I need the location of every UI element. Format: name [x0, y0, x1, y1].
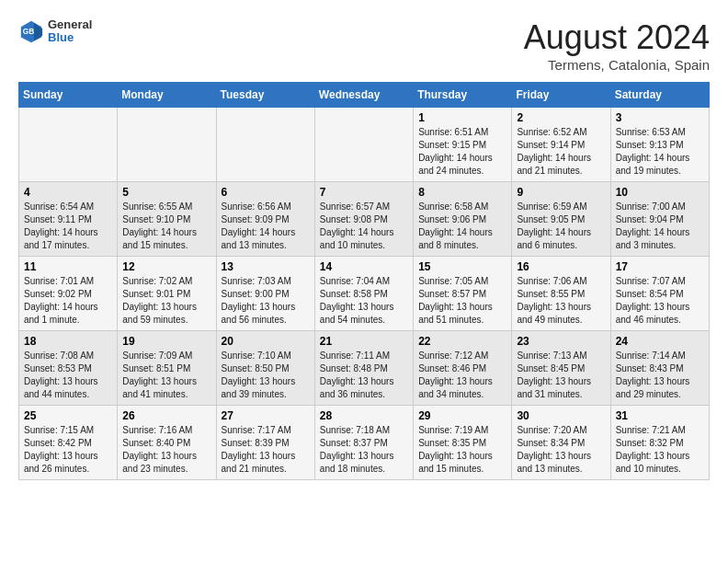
header-sunday: Sunday [19, 83, 118, 108]
day-number: 6 [222, 186, 310, 199]
calendar-cell: 17 Sunrise: 7:07 AMSunset: 8:54 PMDaylig… [610, 257, 709, 331]
calendar-cell: 9 Sunrise: 6:59 AMSunset: 9:05 PMDayligh… [512, 182, 610, 257]
day-info: Sunrise: 7:11 AMSunset: 8:48 PMDaylight:… [320, 350, 408, 401]
day-info: Sunrise: 7:21 AMSunset: 8:32 PMDaylight:… [616, 424, 704, 476]
header-saturday: Saturday [610, 83, 709, 108]
day-number: 18 [24, 335, 112, 348]
day-info: Sunrise: 6:53 AMSunset: 9:13 PMDaylight:… [616, 126, 704, 178]
day-number: 30 [517, 409, 605, 422]
calendar-cell: 22 Sunrise: 7:12 AMSunset: 8:46 PMDaylig… [414, 331, 512, 406]
day-number: 13 [222, 260, 310, 273]
day-info: Sunrise: 6:52 AMSunset: 9:14 PMDaylight:… [517, 126, 605, 178]
calendar-cell: 3 Sunrise: 6:53 AMSunset: 9:13 PMDayligh… [610, 108, 709, 182]
week-row-1: 1 Sunrise: 6:51 AMSunset: 9:15 PMDayligh… [19, 108, 710, 182]
day-number: 16 [517, 260, 605, 273]
week-row-2: 4 Sunrise: 6:54 AMSunset: 9:11 PMDayligh… [19, 182, 710, 257]
calendar-cell: 30 Sunrise: 7:20 AMSunset: 8:34 PMDaylig… [512, 406, 610, 480]
svg-text:GB: GB [23, 27, 35, 36]
header-thursday: Thursday [414, 83, 512, 108]
calendar-cell: 7 Sunrise: 6:57 AMSunset: 9:08 PMDayligh… [314, 182, 413, 257]
day-number: 15 [418, 260, 506, 273]
day-number: 5 [122, 186, 210, 199]
calendar-cell [314, 108, 413, 182]
day-info: Sunrise: 7:00 AMSunset: 9:04 PMDaylight:… [616, 201, 704, 252]
calendar-cell: 18 Sunrise: 7:08 AMSunset: 8:53 PMDaylig… [19, 331, 118, 406]
calendar-cell: 10 Sunrise: 7:00 AMSunset: 9:04 PMDaylig… [610, 182, 709, 257]
day-info: Sunrise: 7:09 AMSunset: 8:51 PMDaylight:… [122, 350, 210, 401]
header-monday: Monday [118, 83, 216, 108]
logo-blue: Blue [48, 31, 92, 44]
day-number: 24 [616, 335, 704, 348]
calendar-cell: 26 Sunrise: 7:16 AMSunset: 8:40 PMDaylig… [118, 406, 216, 480]
calendar-cell: 15 Sunrise: 7:05 AMSunset: 8:57 PMDaylig… [414, 257, 512, 331]
day-number: 14 [320, 260, 408, 273]
day-info: Sunrise: 7:10 AMSunset: 8:50 PMDaylight:… [222, 350, 310, 401]
day-number: 2 [517, 111, 605, 124]
logo-text: General Blue [48, 18, 92, 45]
main-title: August 2024 [524, 18, 710, 57]
calendar-cell [19, 108, 118, 182]
day-number: 7 [320, 186, 408, 199]
subtitle: Termens, Catalonia, Spain [524, 57, 710, 73]
day-number: 11 [24, 260, 112, 273]
day-info: Sunrise: 7:02 AMSunset: 9:01 PMDaylight:… [122, 275, 210, 327]
calendar-cell: 24 Sunrise: 7:14 AMSunset: 8:43 PMDaylig… [610, 331, 709, 406]
day-info: Sunrise: 7:03 AMSunset: 9:00 PMDaylight:… [222, 275, 310, 327]
calendar-cell: 19 Sunrise: 7:09 AMSunset: 8:51 PMDaylig… [118, 331, 216, 406]
day-number: 26 [122, 409, 210, 422]
day-number: 3 [616, 111, 704, 124]
day-number: 8 [418, 186, 506, 199]
day-info: Sunrise: 7:18 AMSunset: 8:37 PMDaylight:… [320, 424, 408, 476]
week-row-4: 18 Sunrise: 7:08 AMSunset: 8:53 PMDaylig… [19, 331, 710, 406]
calendar-cell: 5 Sunrise: 6:55 AMSunset: 9:10 PMDayligh… [118, 182, 216, 257]
logo-icon: GB [18, 18, 44, 44]
calendar-cell: 29 Sunrise: 7:19 AMSunset: 8:35 PMDaylig… [414, 406, 512, 480]
calendar-cell: 28 Sunrise: 7:18 AMSunset: 8:37 PMDaylig… [314, 406, 413, 480]
day-info: Sunrise: 7:06 AMSunset: 8:55 PMDaylight:… [517, 275, 605, 327]
calendar-table: Sunday Monday Tuesday Wednesday Thursday… [18, 82, 710, 480]
calendar-cell: 31 Sunrise: 7:21 AMSunset: 8:32 PMDaylig… [610, 406, 709, 480]
day-info: Sunrise: 7:04 AMSunset: 8:58 PMDaylight:… [320, 275, 408, 327]
day-info: Sunrise: 7:01 AMSunset: 9:02 PMDaylight:… [24, 275, 112, 327]
day-number: 27 [222, 409, 310, 422]
day-number: 28 [320, 409, 408, 422]
calendar-cell: 11 Sunrise: 7:01 AMSunset: 9:02 PMDaylig… [19, 257, 118, 331]
calendar-cell: 1 Sunrise: 6:51 AMSunset: 9:15 PMDayligh… [414, 108, 512, 182]
header-row: Sunday Monday Tuesday Wednesday Thursday… [19, 83, 710, 108]
day-info: Sunrise: 7:16 AMSunset: 8:40 PMDaylight:… [122, 424, 210, 476]
day-number: 1 [418, 111, 506, 124]
calendar-cell: 16 Sunrise: 7:06 AMSunset: 8:55 PMDaylig… [512, 257, 610, 331]
calendar-cell: 13 Sunrise: 7:03 AMSunset: 9:00 PMDaylig… [216, 257, 314, 331]
day-info: Sunrise: 7:07 AMSunset: 8:54 PMDaylight:… [616, 275, 704, 327]
day-number: 25 [24, 409, 112, 422]
calendar-cell: 25 Sunrise: 7:15 AMSunset: 8:42 PMDaylig… [19, 406, 118, 480]
header-tuesday: Tuesday [216, 83, 314, 108]
day-info: Sunrise: 6:55 AMSunset: 9:10 PMDaylight:… [122, 201, 210, 252]
day-info: Sunrise: 7:15 AMSunset: 8:42 PMDaylight:… [24, 424, 112, 476]
logo: GB General Blue [18, 18, 92, 45]
day-number: 20 [222, 335, 310, 348]
day-number: 21 [320, 335, 408, 348]
day-info: Sunrise: 6:58 AMSunset: 9:06 PMDaylight:… [418, 201, 506, 252]
day-info: Sunrise: 7:19 AMSunset: 8:35 PMDaylight:… [418, 424, 506, 476]
day-info: Sunrise: 6:59 AMSunset: 9:05 PMDaylight:… [517, 201, 605, 252]
day-number: 12 [122, 260, 210, 273]
calendar-cell: 6 Sunrise: 6:56 AMSunset: 9:09 PMDayligh… [216, 182, 314, 257]
day-info: Sunrise: 7:17 AMSunset: 8:39 PMDaylight:… [222, 424, 310, 476]
day-info: Sunrise: 6:54 AMSunset: 9:11 PMDaylight:… [24, 201, 112, 252]
logo-general: General [48, 18, 92, 31]
calendar-cell: 8 Sunrise: 6:58 AMSunset: 9:06 PMDayligh… [414, 182, 512, 257]
calendar-cell: 14 Sunrise: 7:04 AMSunset: 8:58 PMDaylig… [314, 257, 413, 331]
day-info: Sunrise: 7:12 AMSunset: 8:46 PMDaylight:… [418, 350, 506, 401]
calendar-cell: 2 Sunrise: 6:52 AMSunset: 9:14 PMDayligh… [512, 108, 610, 182]
header: GB General Blue August 2024 Termens, Cat… [18, 18, 710, 73]
calendar-cell: 12 Sunrise: 7:02 AMSunset: 9:01 PMDaylig… [118, 257, 216, 331]
day-number: 22 [418, 335, 506, 348]
day-info: Sunrise: 7:05 AMSunset: 8:57 PMDaylight:… [418, 275, 506, 327]
calendar-cell [118, 108, 216, 182]
day-number: 31 [616, 409, 704, 422]
day-info: Sunrise: 7:08 AMSunset: 8:53 PMDaylight:… [24, 350, 112, 401]
header-friday: Friday [512, 83, 610, 108]
day-number: 29 [418, 409, 506, 422]
calendar-cell: 4 Sunrise: 6:54 AMSunset: 9:11 PMDayligh… [19, 182, 118, 257]
